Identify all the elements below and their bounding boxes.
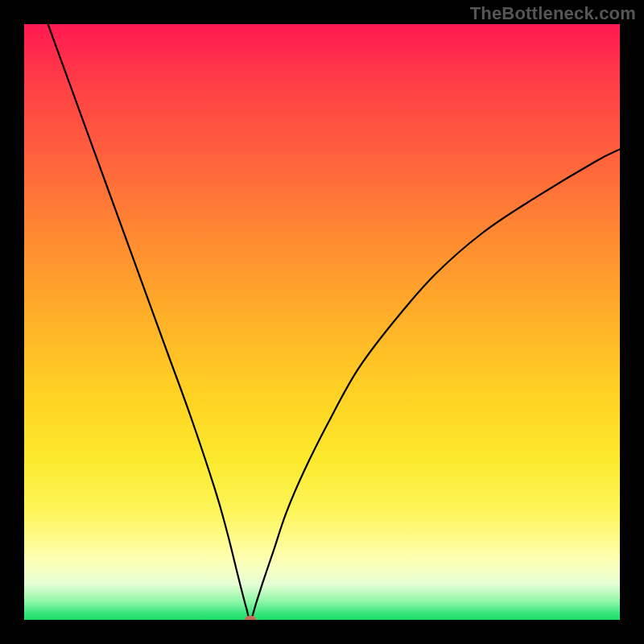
plot-area	[24, 24, 620, 620]
watermark-text: TheBottleneck.com	[470, 3, 636, 24]
curve-path	[48, 24, 620, 620]
bottleneck-curve	[24, 24, 620, 620]
optimal-point-marker	[245, 616, 256, 620]
chart-frame: TheBottleneck.com	[0, 0, 644, 644]
